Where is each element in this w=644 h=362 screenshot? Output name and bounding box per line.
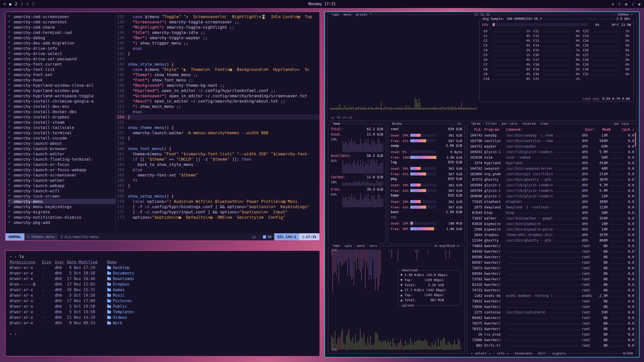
file-item[interactable]: *omarchy-cmd-terminal-cwd	[8, 30, 115, 35]
process-row[interactable]: 74869kworker/root0B0.0	[470, 243, 634, 249]
file-item[interactable]: *omarchy-drive-info	[8, 46, 115, 51]
proc-action-kill[interactable]: Kill	[537, 351, 547, 356]
file-item[interactable]: *omarchy-migrate	[8, 209, 115, 215]
reverse-button[interactable]: reverse	[521, 121, 537, 126]
file-item[interactable]: *omarchy-menu	[8, 199, 115, 204]
volume-icon[interactable]: ♪	[632, 2, 634, 6]
process-row[interactable]: 73703kworker/root0B0.0	[470, 276, 634, 282]
file-item[interactable]: *omarchy-dev-add-migration	[8, 40, 115, 46]
process-row[interactable]: 104752waybar/usr/bin/waybardhh69M0.0	[470, 144, 634, 149]
active-workspace-icon[interactable]: ▣	[9, 2, 11, 6]
file-item[interactable]: *omarchy-drive-select	[8, 51, 115, 56]
process-row[interactable]: 76313kworker/root0B0.0	[470, 326, 634, 332]
process-row[interactable]: 71837walker/usr/bin/walker --gappldhh324…	[470, 215, 634, 221]
process-row[interactable]: 87573ghostty/usr/bin/ghostty --gtk-dhh36…	[470, 177, 634, 182]
process-row[interactable]: 74733kworker/root0B0.0	[470, 287, 634, 293]
sync-button[interactable]: sync	[343, 244, 353, 248]
io-mode-button[interactable]: io	[456, 121, 462, 126]
file-item[interactable]: *omarchy-launch-floating-terminal-	[8, 157, 115, 162]
file-item[interactable]: *omarchy-install-dev-env	[8, 104, 115, 109]
bluetooth-icon[interactable]: ᛒ	[618, 2, 620, 6]
file-item[interactable]: *omarchy-font-current	[8, 62, 115, 67]
process-row[interactable]: 81310kworker/root0B0.0	[470, 282, 634, 287]
workspace-2[interactable]: 2	[15, 2, 17, 6]
process-row[interactable]: 71835elephantelephantdhh385M0.0	[470, 199, 634, 204]
file-item[interactable]: *omarchy-launch-wifi	[8, 188, 115, 194]
proc-action-terminate[interactable]: terminate	[513, 351, 533, 356]
levels-icon[interactable]: ▥	[625, 2, 627, 6]
file-item[interactable]: *omarchy-drive-set-password	[8, 56, 115, 62]
process-row[interactable]: 102638nvimnvim --embed .dhh56M0.0	[470, 155, 634, 160]
file-item[interactable]: *omarchy-install-steam	[8, 120, 115, 125]
process-row[interactable]: 63816pipewire/usr/bin/pipewiredhh16M0.0	[470, 221, 634, 227]
file-item[interactable]: *omarchy-notification-dismiss	[8, 215, 115, 220]
file-item[interactable]: *omarchy-launch-screensaver	[8, 172, 115, 178]
process-scrollbar[interactable]	[635, 132, 636, 350]
preset-button[interactable]: preset *	[355, 12, 373, 17]
file-item[interactable]: *omarchy-pkg-add	[8, 220, 115, 225]
file-item[interactable]: *omarchy-font-list	[8, 67, 115, 72]
proc-action-select[interactable]: ↑ select ↓	[470, 351, 492, 356]
process-row[interactable]: 68402kworker/root0B0.0	[470, 315, 634, 321]
process-row[interactable]: 87649btopbtopdhh26M0.0	[470, 210, 634, 215]
update-interval-control[interactable]: − 2000ms +	[612, 12, 634, 17]
filter-button[interactable]: filter	[484, 121, 498, 126]
process-row[interactable]: 76575kworker/root0B0.0	[470, 321, 634, 326]
file-item[interactable]: *omarchy-install-docker-dbs	[8, 109, 115, 114]
file-item[interactable]: *omarchy-install-vscode	[8, 135, 115, 141]
process-row[interactable]: 1162avahi-daavahi-daemon: running [avahi…	[470, 293, 634, 298]
btop-window[interactable]: ¹cpu menu preset * 17:31:33 − 2000ms + E…	[325, 12, 639, 357]
process-row[interactable]: 94540kworker/root0B0.0	[470, 249, 634, 254]
file-item[interactable]: *omarchy-cmd-share	[8, 25, 115, 30]
zero-button[interactable]: zero	[368, 244, 378, 248]
workspace-3[interactable]: 3	[21, 2, 23, 6]
menu-button[interactable]: menu	[342, 12, 352, 17]
process-row[interactable]: 1974HyprlandHyprlanddhh453M0.0	[470, 160, 634, 166]
file-item[interactable]: *omarchy-cmd-screenshot	[8, 19, 115, 25]
process-row[interactable]: 12244ghostty/usr/bin/ghostty --gtk-dhh86…	[470, 238, 634, 243]
workspace-5[interactable]: 5	[32, 2, 34, 6]
file-item[interactable]: *omarchy-menu-keybindings	[8, 204, 115, 209]
file-item[interactable]: *omarchy-lock-screen	[8, 194, 115, 199]
process-row[interactable]: 803btrfs-trroot0B0.0	[470, 343, 634, 348]
per-core-button[interactable]: per-core	[500, 121, 519, 126]
file-item[interactable]: *omarchy-hyprland-window-close-all	[8, 83, 115, 88]
process-row[interactable]: 16rcu_preeroot0B0.0	[470, 332, 634, 337]
process-row[interactable]: 104762swayosd-/usr/bin/swayosd-serverdhh…	[470, 166, 634, 171]
file-item[interactable]: *omarchy-hyprland-workspace-toggle	[8, 93, 115, 99]
file-item[interactable]: *omarchy-install-chromium-google-a	[8, 99, 115, 104]
proc-action-info[interactable]: info ↵	[495, 351, 510, 356]
process-row[interactable]: 102866org.gnom/usr/bin/gjs /usr/lib/odhh…	[470, 171, 634, 177]
sort-mode-switcher[interactable]: ‹ cpu lazy ›	[608, 121, 634, 126]
file-item[interactable]: *omarchy-launch-editor	[8, 151, 115, 157]
process-row[interactable]: 105031glycin-i/usr/lib/glycin-loadersdhh…	[470, 149, 634, 155]
editor-window[interactable]: *omarchy-cmd-screensaver*omarchy-cmd-scr…	[5, 12, 320, 241]
process-row[interactable]: 79032kworker/root0B0.0	[470, 298, 634, 304]
process-row[interactable]: 73656kworker/root0B0.0	[470, 304, 634, 309]
file-item[interactable]: *omarchy-install-terminal	[8, 130, 115, 135]
process-row[interactable]: 68586kworker/root0B0.0	[470, 254, 634, 260]
file-item[interactable]: *omarchy-cmd-screensaver	[8, 14, 115, 19]
file-item[interactable]: *omarchy-launch-browser	[8, 146, 115, 151]
file-item[interactable]: *omarchy-launch-walker	[8, 178, 115, 183]
process-row[interactable]: 68584kworker/root0B0.0	[470, 271, 634, 276]
net-interface-switcher[interactable]: ‹b enp191s0 n›	[432, 244, 462, 248]
process-row[interactable]: 68587kworker/root0B0.0	[470, 260, 634, 265]
auto-button[interactable]: auto	[356, 244, 366, 248]
proc-action-signals[interactable]: signals	[551, 351, 567, 356]
process-row[interactable]: 103684glycin-i/usr/lib/glycin-loadersdhh…	[470, 182, 634, 188]
file-item[interactable]: *omarchy-hyprland-window-pop	[8, 88, 115, 93]
terminal-window[interactable]: ~›ls PermissionsSizeUserDate ModifiedNam…	[5, 250, 320, 356]
process-row[interactable]: 102796nautilus/usr/bin/nautilus --newdhh…	[470, 138, 634, 144]
file-item[interactable]: *omarchy-debug	[8, 35, 115, 40]
file-item[interactable]: *omarchy-hook	[8, 77, 115, 83]
power-icon[interactable]: ◉	[638, 2, 640, 6]
file-item[interactable]: *omarchy-font-set	[8, 72, 115, 77]
process-row[interactable]: 104743swaybg/usr/bin/swaybg -i /homdhh13…	[470, 132, 634, 138]
workspace-4[interactable]: 4	[26, 2, 29, 6]
apps-grid-icon[interactable]: ⊞	[4, 2, 6, 6]
file-item[interactable]: *omarchy-launch-or-focus-webapp	[8, 167, 115, 172]
process-row[interactable]: 72073kworker/root0B0.0	[470, 265, 634, 271]
network-arrows-icon[interactable]: ⇆	[612, 2, 614, 6]
prompt-line[interactable]: ~›	[10, 331, 315, 337]
